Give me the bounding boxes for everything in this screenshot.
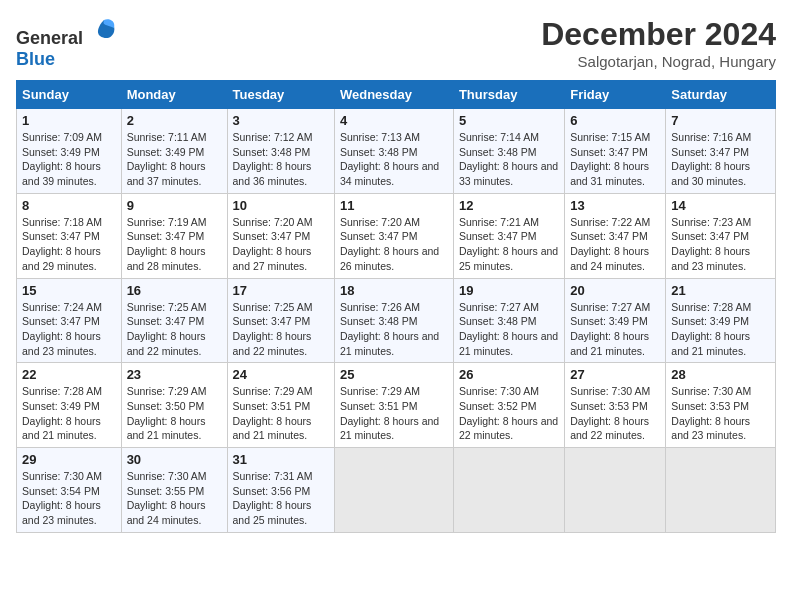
day-info: Sunrise: 7:30 AMSunset: 3:52 PMDaylight:… <box>459 385 558 441</box>
day-number: 4 <box>340 113 448 128</box>
calendar-cell: 18 Sunrise: 7:26 AMSunset: 3:48 PMDaylig… <box>334 278 453 363</box>
day-info: Sunrise: 7:13 AMSunset: 3:48 PMDaylight:… <box>340 131 439 187</box>
day-number: 7 <box>671 113 770 128</box>
day-info: Sunrise: 7:29 AMSunset: 3:51 PMDaylight:… <box>233 385 313 441</box>
logo: General Blue <box>16 16 118 70</box>
calendar-cell: 24 Sunrise: 7:29 AMSunset: 3:51 PMDaylig… <box>227 363 334 448</box>
calendar-week-row: 15 Sunrise: 7:24 AMSunset: 3:47 PMDaylig… <box>17 278 776 363</box>
day-number: 26 <box>459 367 559 382</box>
day-number: 8 <box>22 198 116 213</box>
calendar-cell: 7 Sunrise: 7:16 AMSunset: 3:47 PMDayligh… <box>666 109 776 194</box>
page-header: General Blue December 2024 Salgotarjan, … <box>16 16 776 70</box>
day-info: Sunrise: 7:11 AMSunset: 3:49 PMDaylight:… <box>127 131 207 187</box>
day-info: Sunrise: 7:21 AMSunset: 3:47 PMDaylight:… <box>459 216 558 272</box>
calendar-cell: 8 Sunrise: 7:18 AMSunset: 3:47 PMDayligh… <box>17 193 122 278</box>
day-info: Sunrise: 7:16 AMSunset: 3:47 PMDaylight:… <box>671 131 751 187</box>
calendar-cell: 20 Sunrise: 7:27 AMSunset: 3:49 PMDaylig… <box>565 278 666 363</box>
calendar-cell: 15 Sunrise: 7:24 AMSunset: 3:47 PMDaylig… <box>17 278 122 363</box>
day-info: Sunrise: 7:27 AMSunset: 3:48 PMDaylight:… <box>459 301 558 357</box>
day-number: 9 <box>127 198 222 213</box>
day-number: 1 <box>22 113 116 128</box>
day-number: 21 <box>671 283 770 298</box>
day-number: 24 <box>233 367 329 382</box>
calendar-cell: 3 Sunrise: 7:12 AMSunset: 3:48 PMDayligh… <box>227 109 334 194</box>
calendar-table: SundayMondayTuesdayWednesdayThursdayFrid… <box>16 80 776 533</box>
calendar-cell: 25 Sunrise: 7:29 AMSunset: 3:51 PMDaylig… <box>334 363 453 448</box>
day-info: Sunrise: 7:18 AMSunset: 3:47 PMDaylight:… <box>22 216 102 272</box>
calendar-cell <box>666 448 776 533</box>
calendar-cell: 22 Sunrise: 7:28 AMSunset: 3:49 PMDaylig… <box>17 363 122 448</box>
calendar-cell: 30 Sunrise: 7:30 AMSunset: 3:55 PMDaylig… <box>121 448 227 533</box>
day-number: 12 <box>459 198 559 213</box>
day-number: 6 <box>570 113 660 128</box>
day-number: 28 <box>671 367 770 382</box>
calendar-cell: 21 Sunrise: 7:28 AMSunset: 3:49 PMDaylig… <box>666 278 776 363</box>
col-header-wednesday: Wednesday <box>334 81 453 109</box>
calendar-cell: 27 Sunrise: 7:30 AMSunset: 3:53 PMDaylig… <box>565 363 666 448</box>
calendar-cell: 1 Sunrise: 7:09 AMSunset: 3:49 PMDayligh… <box>17 109 122 194</box>
day-info: Sunrise: 7:15 AMSunset: 3:47 PMDaylight:… <box>570 131 650 187</box>
day-info: Sunrise: 7:25 AMSunset: 3:47 PMDaylight:… <box>233 301 313 357</box>
day-info: Sunrise: 7:23 AMSunset: 3:47 PMDaylight:… <box>671 216 751 272</box>
day-info: Sunrise: 7:30 AMSunset: 3:53 PMDaylight:… <box>570 385 650 441</box>
day-info: Sunrise: 7:30 AMSunset: 3:54 PMDaylight:… <box>22 470 102 526</box>
calendar-cell: 31 Sunrise: 7:31 AMSunset: 3:56 PMDaylig… <box>227 448 334 533</box>
col-header-thursday: Thursday <box>453 81 564 109</box>
day-number: 14 <box>671 198 770 213</box>
month-title: December 2024 <box>541 16 776 53</box>
logo-general: General <box>16 28 83 48</box>
day-number: 16 <box>127 283 222 298</box>
day-number: 2 <box>127 113 222 128</box>
calendar-cell: 17 Sunrise: 7:25 AMSunset: 3:47 PMDaylig… <box>227 278 334 363</box>
day-number: 22 <box>22 367 116 382</box>
calendar-cell: 2 Sunrise: 7:11 AMSunset: 3:49 PMDayligh… <box>121 109 227 194</box>
col-header-saturday: Saturday <box>666 81 776 109</box>
calendar-header-row: SundayMondayTuesdayWednesdayThursdayFrid… <box>17 81 776 109</box>
day-number: 29 <box>22 452 116 467</box>
calendar-cell: 29 Sunrise: 7:30 AMSunset: 3:54 PMDaylig… <box>17 448 122 533</box>
calendar-cell: 13 Sunrise: 7:22 AMSunset: 3:47 PMDaylig… <box>565 193 666 278</box>
calendar-cell: 4 Sunrise: 7:13 AMSunset: 3:48 PMDayligh… <box>334 109 453 194</box>
day-number: 15 <box>22 283 116 298</box>
day-number: 18 <box>340 283 448 298</box>
calendar-cell: 14 Sunrise: 7:23 AMSunset: 3:47 PMDaylig… <box>666 193 776 278</box>
calendar-cell: 11 Sunrise: 7:20 AMSunset: 3:47 PMDaylig… <box>334 193 453 278</box>
title-block: December 2024 Salgotarjan, Nograd, Hunga… <box>541 16 776 70</box>
day-info: Sunrise: 7:19 AMSunset: 3:47 PMDaylight:… <box>127 216 207 272</box>
day-number: 31 <box>233 452 329 467</box>
day-number: 27 <box>570 367 660 382</box>
day-number: 19 <box>459 283 559 298</box>
day-info: Sunrise: 7:14 AMSunset: 3:48 PMDaylight:… <box>459 131 558 187</box>
calendar-cell: 23 Sunrise: 7:29 AMSunset: 3:50 PMDaylig… <box>121 363 227 448</box>
day-info: Sunrise: 7:20 AMSunset: 3:47 PMDaylight:… <box>340 216 439 272</box>
day-info: Sunrise: 7:28 AMSunset: 3:49 PMDaylight:… <box>22 385 102 441</box>
calendar-cell <box>334 448 453 533</box>
day-info: Sunrise: 7:29 AMSunset: 3:51 PMDaylight:… <box>340 385 439 441</box>
calendar-cell: 9 Sunrise: 7:19 AMSunset: 3:47 PMDayligh… <box>121 193 227 278</box>
col-header-monday: Monday <box>121 81 227 109</box>
day-info: Sunrise: 7:30 AMSunset: 3:55 PMDaylight:… <box>127 470 207 526</box>
day-info: Sunrise: 7:12 AMSunset: 3:48 PMDaylight:… <box>233 131 313 187</box>
calendar-cell: 19 Sunrise: 7:27 AMSunset: 3:48 PMDaylig… <box>453 278 564 363</box>
day-number: 25 <box>340 367 448 382</box>
col-header-tuesday: Tuesday <box>227 81 334 109</box>
day-info: Sunrise: 7:22 AMSunset: 3:47 PMDaylight:… <box>570 216 650 272</box>
calendar-cell: 28 Sunrise: 7:30 AMSunset: 3:53 PMDaylig… <box>666 363 776 448</box>
calendar-cell: 16 Sunrise: 7:25 AMSunset: 3:47 PMDaylig… <box>121 278 227 363</box>
calendar-cell: 26 Sunrise: 7:30 AMSunset: 3:52 PMDaylig… <box>453 363 564 448</box>
day-number: 17 <box>233 283 329 298</box>
day-number: 13 <box>570 198 660 213</box>
day-number: 23 <box>127 367 222 382</box>
calendar-week-row: 22 Sunrise: 7:28 AMSunset: 3:49 PMDaylig… <box>17 363 776 448</box>
day-info: Sunrise: 7:31 AMSunset: 3:56 PMDaylight:… <box>233 470 313 526</box>
col-header-sunday: Sunday <box>17 81 122 109</box>
day-info: Sunrise: 7:24 AMSunset: 3:47 PMDaylight:… <box>22 301 102 357</box>
day-info: Sunrise: 7:30 AMSunset: 3:53 PMDaylight:… <box>671 385 751 441</box>
logo-blue: Blue <box>16 49 55 69</box>
day-info: Sunrise: 7:28 AMSunset: 3:49 PMDaylight:… <box>671 301 751 357</box>
calendar-cell: 5 Sunrise: 7:14 AMSunset: 3:48 PMDayligh… <box>453 109 564 194</box>
day-number: 11 <box>340 198 448 213</box>
calendar-cell: 10 Sunrise: 7:20 AMSunset: 3:47 PMDaylig… <box>227 193 334 278</box>
day-number: 10 <box>233 198 329 213</box>
calendar-cell <box>453 448 564 533</box>
